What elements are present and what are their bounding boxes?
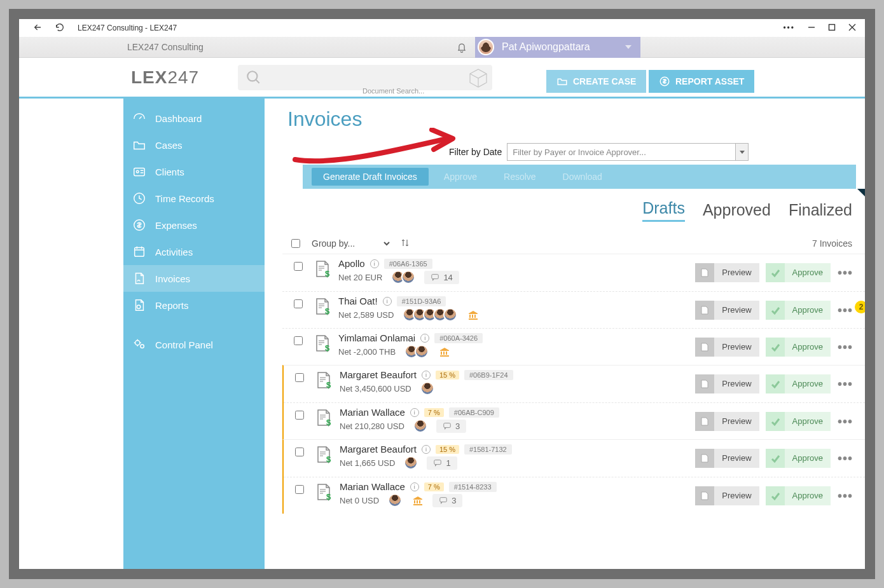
invoice-row: $Thai Oat!i#151D-93A6Net 2,589 USDPrevie… bbox=[282, 291, 865, 328]
minimize-icon[interactable] bbox=[808, 24, 815, 33]
invoice-code: #06A6-1365 bbox=[384, 259, 432, 269]
approve-button[interactable]: Approve bbox=[766, 374, 831, 393]
sidebar-item-invoices[interactable]: Invoices bbox=[123, 265, 265, 292]
row-checkbox[interactable] bbox=[294, 262, 303, 271]
percent-badge: 15 % bbox=[436, 371, 459, 379]
comments-badge[interactable]: 1 bbox=[427, 456, 457, 470]
comments-badge[interactable]: 14 bbox=[424, 271, 459, 284]
svg-rect-17 bbox=[432, 275, 439, 279]
row-checkbox[interactable] bbox=[295, 411, 304, 420]
invoice-row: $Apolloi#06A6-1365Net 20 EUR14PreviewApp… bbox=[282, 254, 865, 291]
user-name: Pat Apiwongpattara bbox=[502, 41, 590, 53]
back-icon[interactable] bbox=[33, 22, 43, 34]
filter-date-label: Filter by Date bbox=[449, 147, 502, 157]
sidebar-item-cases[interactable]: Cases bbox=[123, 132, 265, 158]
annotation-arrow-icon bbox=[282, 128, 467, 166]
svg-text:$: $ bbox=[326, 380, 331, 390]
create-case-button[interactable]: CREATE CASE bbox=[546, 70, 646, 93]
preview-button[interactable]: Preview bbox=[695, 338, 759, 357]
tab-approved[interactable]: Approved bbox=[703, 201, 771, 222]
sidebar-item-reports[interactable]: Reports bbox=[123, 292, 265, 318]
row-more-icon[interactable]: ••• bbox=[837, 489, 853, 503]
comments-badge[interactable]: 3 bbox=[436, 420, 466, 433]
search-input[interactable] bbox=[238, 65, 492, 90]
info-icon[interactable]: i bbox=[422, 445, 431, 454]
invoice-net: Net 0 USD bbox=[340, 496, 379, 505]
folder-icon bbox=[556, 76, 568, 87]
preview-button[interactable]: Preview bbox=[695, 301, 759, 320]
user-menu[interactable]: Pat Apiwongpattara bbox=[475, 37, 640, 58]
row-checkbox[interactable] bbox=[295, 373, 304, 382]
svg-rect-34 bbox=[444, 423, 451, 428]
page-title: Invoices bbox=[287, 107, 865, 131]
close-icon[interactable] bbox=[848, 24, 856, 33]
info-icon[interactable]: i bbox=[410, 482, 419, 491]
row-more-icon[interactable]: ••• bbox=[837, 340, 853, 355]
row-more-icon[interactable]: ••• bbox=[837, 303, 853, 318]
invoice-doc-icon: $ bbox=[314, 408, 337, 430]
tab-finalized[interactable]: Finalized bbox=[789, 201, 852, 222]
maximize-icon[interactable] bbox=[828, 24, 836, 33]
main-panel: Invoices Filter by Date Filter by Payer … bbox=[265, 99, 865, 569]
sidebar-item-expenses[interactable]: Expenses bbox=[123, 212, 265, 238]
package-icon[interactable] bbox=[467, 66, 490, 89]
sidebar-item-time-records[interactable]: Time Records bbox=[123, 185, 265, 212]
preview-button[interactable]: Preview bbox=[695, 486, 759, 505]
percent-badge: 7 % bbox=[424, 408, 444, 417]
bell-icon[interactable] bbox=[453, 39, 470, 55]
sidebar-item-control-panel[interactable]: Control Panel bbox=[123, 331, 265, 358]
refresh-icon[interactable] bbox=[55, 22, 65, 34]
report-asset-button[interactable]: REPORT ASSET bbox=[649, 70, 754, 93]
row-more-icon[interactable]: ••• bbox=[837, 414, 853, 429]
approve-button[interactable]: Approve bbox=[432, 168, 488, 186]
invoice-code: #060A-3426 bbox=[434, 333, 483, 343]
info-icon[interactable]: i bbox=[422, 371, 431, 379]
approve-button[interactable]: Approve bbox=[766, 338, 831, 357]
generate-draft-button[interactable]: Generate Draft Invoices bbox=[312, 168, 429, 186]
approve-button[interactable]: Approve bbox=[766, 412, 831, 431]
comments-badge[interactable]: 3 bbox=[432, 494, 462, 507]
more-icon[interactable]: ••• bbox=[783, 24, 795, 32]
approve-button[interactable]: Approve bbox=[766, 301, 831, 320]
corner-decoration bbox=[857, 189, 865, 196]
bank-icon bbox=[467, 309, 479, 320]
bank-icon bbox=[439, 346, 450, 357]
row-more-icon[interactable]: ••• bbox=[837, 377, 853, 392]
row-more-icon[interactable]: ••• bbox=[837, 266, 853, 280]
tab-drafts[interactable]: Drafts bbox=[642, 199, 685, 222]
svg-text:$: $ bbox=[326, 492, 331, 502]
preview-button[interactable]: Preview bbox=[695, 263, 759, 282]
row-checkbox[interactable] bbox=[295, 448, 304, 456]
filter-combo[interactable]: Filter by Payer or Invoice Approver... bbox=[507, 143, 749, 161]
approve-button[interactable]: Approve bbox=[766, 263, 831, 282]
approve-button[interactable]: Approve bbox=[766, 486, 831, 505]
svg-rect-39 bbox=[434, 460, 441, 465]
topbar: LEX247 Consulting Pat Apiwongpattara bbox=[19, 37, 865, 58]
row-checkbox[interactable] bbox=[295, 485, 304, 494]
chevron-down-icon bbox=[625, 45, 632, 49]
sidebar-item-dashboard[interactable]: Dashboard bbox=[123, 105, 265, 132]
approve-button[interactable]: Approve bbox=[766, 449, 831, 468]
download-button[interactable]: Download bbox=[551, 168, 614, 186]
info-icon[interactable]: i bbox=[410, 408, 419, 417]
row-checkbox[interactable] bbox=[294, 336, 303, 345]
info-icon[interactable]: i bbox=[420, 334, 429, 343]
group-by-select[interactable]: Group by... bbox=[309, 238, 392, 249]
resolve-button[interactable]: Resolve bbox=[492, 168, 548, 186]
invoice-code: #1514-8233 bbox=[449, 482, 497, 492]
percent-badge: 15 % bbox=[436, 445, 459, 454]
svg-rect-5 bbox=[134, 168, 145, 176]
row-checkbox[interactable] bbox=[294, 299, 303, 308]
info-icon[interactable]: i bbox=[383, 297, 392, 306]
invoice-net: Net 3,450,600 USD bbox=[340, 384, 411, 393]
sidebar-item-activities[interactable]: Activities bbox=[123, 238, 265, 265]
preview-button[interactable]: Preview bbox=[695, 412, 759, 431]
select-all-checkbox[interactable] bbox=[291, 239, 300, 248]
window-title: LEX247 Consulting - LEX247 bbox=[78, 24, 177, 32]
preview-button[interactable]: Preview bbox=[695, 374, 759, 393]
row-more-icon[interactable]: ••• bbox=[837, 451, 853, 466]
preview-button[interactable]: Preview bbox=[695, 449, 759, 468]
sort-icon[interactable] bbox=[401, 238, 410, 249]
sidebar-item-clients[interactable]: Clients bbox=[123, 158, 265, 185]
info-icon[interactable]: i bbox=[370, 259, 379, 268]
